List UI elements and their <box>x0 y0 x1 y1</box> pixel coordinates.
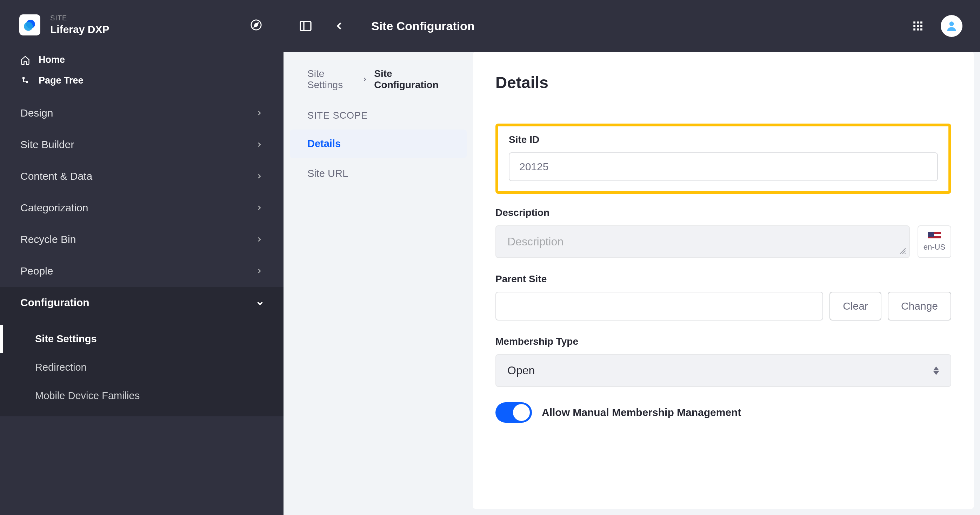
nav-page-tree[interactable]: Page Tree <box>0 70 283 91</box>
panel-toggle-icon[interactable] <box>297 17 314 35</box>
sidebar: SITE Liferay DXP Home Page Tree Design S… <box>0 0 283 515</box>
topbar: Site Configuration <box>283 0 980 52</box>
nav-categorization[interactable]: Categorization <box>0 192 283 223</box>
svg-marker-22 <box>933 371 939 375</box>
svg-rect-5 <box>26 81 28 83</box>
svg-rect-8 <box>913 21 915 24</box>
svg-rect-16 <box>920 29 923 30</box>
svg-point-1 <box>24 22 33 30</box>
site-header: SITE Liferay DXP <box>0 0 283 49</box>
chevron-right-icon <box>255 109 263 117</box>
breadcrumb-parent[interactable]: Site Settings <box>307 68 356 91</box>
home-icon <box>20 55 30 65</box>
svg-marker-21 <box>933 367 939 370</box>
form-heading: Details <box>495 73 951 92</box>
scope-site-url[interactable]: Site URL <box>290 159 467 188</box>
membership-type-select[interactable]: Open <box>495 354 951 387</box>
parent-site-input[interactable] <box>495 292 823 320</box>
chevron-down-icon <box>255 299 263 306</box>
description-label: Description <box>495 207 951 218</box>
site-name: Liferay DXP <box>50 24 239 35</box>
svg-rect-13 <box>920 25 923 27</box>
nav-design[interactable]: Design <box>0 97 283 129</box>
svg-rect-6 <box>300 21 311 31</box>
subnav-site-settings[interactable]: Site Settings <box>0 325 283 353</box>
svg-rect-4 <box>22 77 25 79</box>
site-logo <box>19 14 40 35</box>
membership-type-label: Membership Type <box>495 336 951 347</box>
site-id-label: Site ID <box>509 134 938 145</box>
svg-rect-12 <box>917 25 919 27</box>
apps-grid-icon[interactable] <box>909 17 927 35</box>
select-caret-icon <box>933 367 939 375</box>
chevron-right-icon <box>255 141 263 148</box>
svg-rect-14 <box>913 29 915 30</box>
chevron-right-icon <box>255 267 263 275</box>
svg-rect-11 <box>913 25 915 27</box>
breadcrumb-current: Site Configuration <box>374 68 449 91</box>
nav-home-label: Home <box>38 54 65 65</box>
chevron-right-icon <box>255 236 263 243</box>
parent-site-label: Parent Site <box>495 273 951 285</box>
nav-page-tree-label: Page Tree <box>38 75 84 86</box>
allow-manual-toggle[interactable] <box>495 402 532 423</box>
svg-rect-10 <box>920 21 923 24</box>
nav-people[interactable]: People <box>0 255 283 287</box>
left-column: Site Settings Site Configuration SITE SC… <box>283 52 473 515</box>
subnav-redirection[interactable]: Redirection <box>0 353 283 382</box>
site-id-highlight: Site ID <box>495 124 951 194</box>
svg-marker-3 <box>254 23 258 27</box>
page-tree-icon <box>20 76 30 86</box>
configuration-submenu: Site Settings Redirection Mobile Device … <box>0 319 283 416</box>
description-input[interactable]: Description <box>495 225 910 258</box>
breadcrumb: Site Settings Site Configuration <box>290 66 467 102</box>
compass-icon[interactable] <box>249 18 263 32</box>
nav-site-builder[interactable]: Site Builder <box>0 129 283 160</box>
scope-label: SITE SCOPE <box>290 102 467 128</box>
resize-grip-icon <box>899 247 906 255</box>
site-id-input[interactable] <box>509 152 938 181</box>
chevron-right-icon <box>362 76 368 83</box>
clear-button[interactable]: Clear <box>829 292 881 320</box>
site-kicker: SITE <box>50 14 239 22</box>
allow-manual-label: Allow Manual Membership Management <box>542 407 741 418</box>
nav-configuration[interactable]: Configuration <box>0 287 283 319</box>
svg-rect-9 <box>917 21 919 24</box>
chevron-right-icon <box>255 172 263 180</box>
svg-point-17 <box>950 21 954 26</box>
nav-recycle-bin[interactable]: Recycle Bin <box>0 223 283 255</box>
chevron-right-icon <box>255 204 263 212</box>
svg-rect-15 <box>917 29 919 30</box>
page-title: Site Configuration <box>371 19 475 33</box>
back-icon[interactable] <box>331 17 348 35</box>
scope-details[interactable]: Details <box>290 129 467 158</box>
svg-line-20 <box>905 253 905 254</box>
user-avatar[interactable] <box>941 15 963 37</box>
details-form: Details Site ID Description Description <box>473 52 974 509</box>
nav-content-data[interactable]: Content & Data <box>0 160 283 192</box>
nav-home[interactable]: Home <box>0 49 283 70</box>
us-flag-icon <box>928 232 941 241</box>
subnav-mobile-device-families[interactable]: Mobile Device Families <box>0 382 283 410</box>
change-button[interactable]: Change <box>888 292 951 320</box>
locale-selector[interactable]: en-US <box>918 225 951 258</box>
